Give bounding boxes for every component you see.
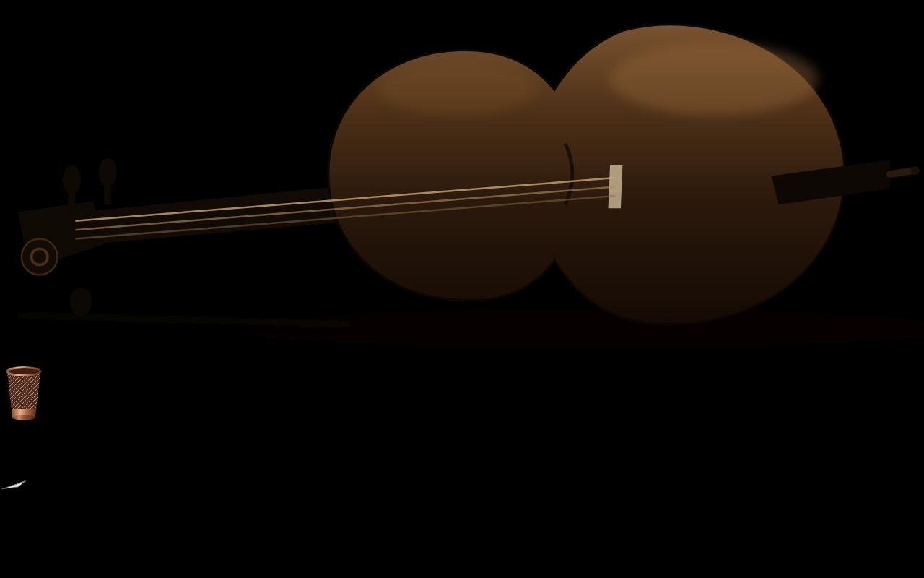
- wallpaper-night-road: [0, 0, 924, 578]
- wallpaper-red-light: [0, 0, 4, 4]
- desktop: Papierkorb Leer Kiel, Germany, DE 7 °C 6…: [0, 0, 924, 578]
